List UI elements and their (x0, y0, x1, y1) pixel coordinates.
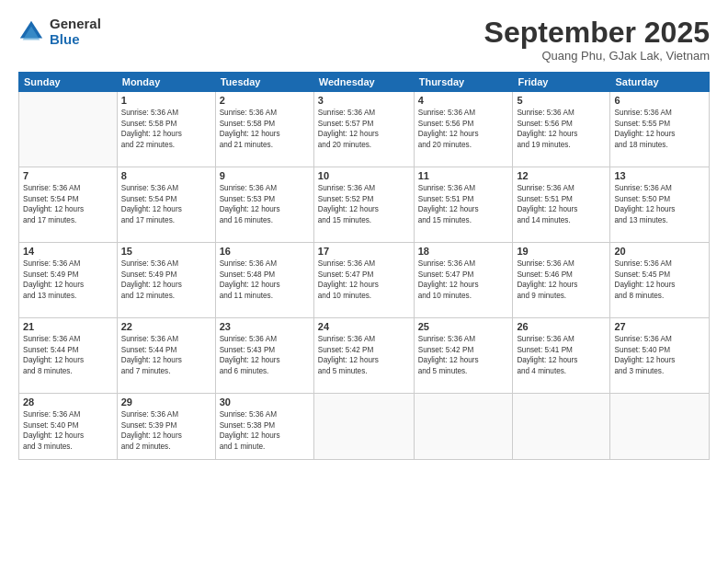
cell-w3-d3: 17Sunrise: 5:36 AM Sunset: 5:47 PM Dayli… (313, 243, 414, 318)
cell-w3-d4: 18Sunrise: 5:36 AM Sunset: 5:47 PM Dayli… (414, 243, 513, 318)
day-info: Sunrise: 5:36 AM Sunset: 5:46 PM Dayligh… (517, 259, 606, 301)
cell-w4-d5: 26Sunrise: 5:36 AM Sunset: 5:41 PM Dayli… (513, 318, 610, 394)
day-info: Sunrise: 5:36 AM Sunset: 5:57 PM Dayligh… (318, 108, 410, 150)
day-info: Sunrise: 5:36 AM Sunset: 5:42 PM Dayligh… (418, 334, 509, 376)
day-number: 17 (318, 246, 410, 257)
day-info: Sunrise: 5:36 AM Sunset: 5:56 PM Dayligh… (418, 108, 509, 150)
day-info: Sunrise: 5:36 AM Sunset: 5:48 PM Dayligh… (220, 259, 310, 301)
day-info: Sunrise: 5:36 AM Sunset: 5:52 PM Dayligh… (318, 183, 410, 225)
day-info: Sunrise: 5:36 AM Sunset: 5:44 PM Dayligh… (23, 334, 113, 376)
cell-w2-d5: 12Sunrise: 5:36 AM Sunset: 5:51 PM Dayli… (513, 167, 610, 243)
cell-w2-d0: 7Sunrise: 5:36 AM Sunset: 5:54 PM Daylig… (19, 167, 118, 243)
cell-w4-d4: 25Sunrise: 5:36 AM Sunset: 5:42 PM Dayli… (414, 318, 513, 394)
cell-w1-d6: 6Sunrise: 5:36 AM Sunset: 5:55 PM Daylig… (610, 92, 710, 167)
day-info: Sunrise: 5:36 AM Sunset: 5:50 PM Dayligh… (614, 183, 705, 225)
day-number: 12 (517, 170, 606, 181)
day-info: Sunrise: 5:36 AM Sunset: 5:45 PM Dayligh… (614, 259, 705, 301)
header-monday: Monday (117, 73, 215, 92)
day-number: 5 (517, 95, 606, 106)
day-info: Sunrise: 5:36 AM Sunset: 5:55 PM Dayligh… (614, 108, 705, 150)
cell-w4-d1: 22Sunrise: 5:36 AM Sunset: 5:44 PM Dayli… (117, 318, 215, 394)
month-title: September 2025 (484, 17, 710, 49)
day-info: Sunrise: 5:36 AM Sunset: 5:49 PM Dayligh… (23, 259, 113, 301)
day-number: 2 (220, 95, 310, 106)
location-subtitle: Quang Phu, GJak Lak, Vietnam (484, 49, 710, 63)
day-info: Sunrise: 5:36 AM Sunset: 5:39 PM Dayligh… (121, 409, 211, 452)
header-wednesday: Wednesday (313, 73, 414, 92)
day-info: Sunrise: 5:36 AM Sunset: 5:54 PM Dayligh… (121, 183, 211, 225)
cell-w2-d2: 9Sunrise: 5:36 AM Sunset: 5:53 PM Daylig… (215, 167, 313, 243)
cell-w3-d5: 19Sunrise: 5:36 AM Sunset: 5:46 PM Dayli… (513, 243, 610, 318)
cell-w4-d3: 24Sunrise: 5:36 AM Sunset: 5:42 PM Dayli… (313, 318, 414, 394)
cell-w4-d6: 27Sunrise: 5:36 AM Sunset: 5:40 PM Dayli… (610, 318, 710, 394)
cell-w5-d1: 29Sunrise: 5:36 AM Sunset: 5:39 PM Dayli… (117, 394, 215, 460)
day-info: Sunrise: 5:36 AM Sunset: 5:56 PM Dayligh… (517, 108, 606, 150)
day-info: Sunrise: 5:36 AM Sunset: 5:43 PM Dayligh… (220, 334, 310, 376)
weekday-header-row: Sunday Monday Tuesday Wednesday Thursday… (19, 73, 710, 92)
day-info: Sunrise: 5:36 AM Sunset: 5:47 PM Dayligh… (318, 259, 410, 301)
day-info: Sunrise: 5:36 AM Sunset: 5:41 PM Dayligh… (517, 334, 606, 376)
day-info: Sunrise: 5:36 AM Sunset: 5:58 PM Dayligh… (121, 108, 211, 150)
cell-w5-d4 (414, 394, 513, 460)
header-tuesday: Tuesday (215, 73, 313, 92)
day-number: 1 (121, 95, 211, 106)
day-info: Sunrise: 5:36 AM Sunset: 5:40 PM Dayligh… (614, 334, 705, 376)
calendar-header: Sunday Monday Tuesday Wednesday Thursday… (19, 73, 710, 92)
cell-w5-d6 (610, 394, 710, 460)
cell-w3-d6: 20Sunrise: 5:36 AM Sunset: 5:45 PM Dayli… (610, 243, 710, 318)
day-info: Sunrise: 5:36 AM Sunset: 5:58 PM Dayligh… (220, 108, 310, 150)
day-number: 28 (23, 396, 113, 408)
day-number: 30 (220, 396, 310, 408)
cell-w3-d1: 15Sunrise: 5:36 AM Sunset: 5:49 PM Dayli… (117, 243, 215, 318)
cell-w5-d3 (313, 394, 414, 460)
day-info: Sunrise: 5:36 AM Sunset: 5:44 PM Dayligh… (121, 334, 211, 376)
calendar-body: 1Sunrise: 5:36 AM Sunset: 5:58 PM Daylig… (19, 92, 710, 460)
day-number: 26 (517, 321, 606, 332)
cell-w2-d6: 13Sunrise: 5:36 AM Sunset: 5:50 PM Dayli… (610, 167, 710, 243)
week-row-5: 28Sunrise: 5:36 AM Sunset: 5:40 PM Dayli… (19, 394, 710, 460)
cell-w3-d0: 14Sunrise: 5:36 AM Sunset: 5:49 PM Dayli… (19, 243, 118, 318)
header-sunday: Sunday (19, 73, 118, 92)
cell-w2-d1: 8Sunrise: 5:36 AM Sunset: 5:54 PM Daylig… (117, 167, 215, 243)
day-info: Sunrise: 5:36 AM Sunset: 5:42 PM Dayligh… (318, 334, 410, 376)
day-number: 8 (121, 170, 211, 181)
cell-w1-d0 (19, 92, 118, 167)
day-info: Sunrise: 5:36 AM Sunset: 5:38 PM Dayligh… (220, 409, 310, 452)
week-row-2: 7Sunrise: 5:36 AM Sunset: 5:54 PM Daylig… (19, 167, 710, 243)
week-row-1: 1Sunrise: 5:36 AM Sunset: 5:58 PM Daylig… (19, 92, 710, 167)
cell-w1-d4: 4Sunrise: 5:36 AM Sunset: 5:56 PM Daylig… (414, 92, 513, 167)
calendar-table: Sunday Monday Tuesday Wednesday Thursday… (18, 72, 710, 460)
day-number: 3 (318, 95, 410, 106)
day-number: 23 (220, 321, 310, 332)
day-number: 29 (121, 396, 211, 408)
cell-w1-d1: 1Sunrise: 5:36 AM Sunset: 5:58 PM Daylig… (117, 92, 215, 167)
day-number: 10 (318, 170, 410, 181)
cell-w5-d5 (513, 394, 610, 460)
page: General Blue September 2025 Quang Phu, G… (0, 0, 728, 563)
day-number: 16 (220, 246, 310, 257)
day-info: Sunrise: 5:36 AM Sunset: 5:40 PM Dayligh… (23, 409, 113, 452)
cell-w1-d3: 3Sunrise: 5:36 AM Sunset: 5:57 PM Daylig… (313, 92, 414, 167)
day-number: 15 (121, 246, 211, 257)
cell-w4-d2: 23Sunrise: 5:36 AM Sunset: 5:43 PM Dayli… (215, 318, 313, 394)
week-row-3: 14Sunrise: 5:36 AM Sunset: 5:49 PM Dayli… (19, 243, 710, 318)
week-row-4: 21Sunrise: 5:36 AM Sunset: 5:44 PM Dayli… (19, 318, 710, 394)
logo-text: General Blue (50, 17, 101, 47)
cell-w5-d0: 28Sunrise: 5:36 AM Sunset: 5:40 PM Dayli… (19, 394, 118, 460)
logo-general-text: General (50, 17, 101, 32)
day-number: 4 (418, 95, 509, 106)
cell-w2-d4: 11Sunrise: 5:36 AM Sunset: 5:51 PM Dayli… (414, 167, 513, 243)
day-number: 11 (418, 170, 509, 181)
day-number: 18 (418, 246, 509, 257)
cell-w1-d2: 2Sunrise: 5:36 AM Sunset: 5:58 PM Daylig… (215, 92, 313, 167)
title-block: September 2025 Quang Phu, GJak Lak, Viet… (484, 17, 710, 63)
day-number: 27 (614, 321, 705, 332)
day-number: 19 (517, 246, 606, 257)
day-number: 25 (418, 321, 509, 332)
cell-w1-d5: 5Sunrise: 5:36 AM Sunset: 5:56 PM Daylig… (513, 92, 610, 167)
day-info: Sunrise: 5:36 AM Sunset: 5:47 PM Dayligh… (418, 259, 509, 301)
header-friday: Friday (513, 73, 610, 92)
day-number: 20 (614, 246, 705, 257)
cell-w5-d2: 30Sunrise: 5:36 AM Sunset: 5:38 PM Dayli… (215, 394, 313, 460)
day-number: 7 (23, 170, 113, 181)
